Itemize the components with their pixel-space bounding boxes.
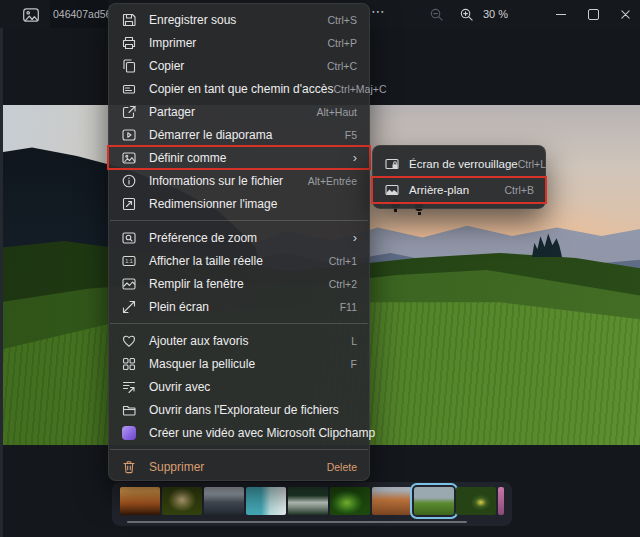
zoom-out-icon[interactable] [429, 7, 444, 22]
menu-item-copy-as-path[interactable]: Copier en tant que chemin d'accès Ctrl+M… [109, 77, 369, 100]
menu-item-label: Supprimer [149, 460, 327, 474]
menu-item-shortcut: L [351, 335, 357, 347]
filename-tab[interactable]: 046407ad56ebe [50, 0, 108, 28]
menu-item-zoom-preference[interactable]: Préférence de zoom › [109, 226, 369, 249]
window-edge [0, 0, 3, 537]
submenu-item-shortcut: Ctrl+L [518, 158, 546, 170]
menu-item-save-as[interactable]: Enregistrer sous Ctrl+S [109, 8, 369, 31]
menu-item-copy[interactable]: Copier Ctrl+C [109, 54, 369, 77]
heart-icon [121, 333, 137, 349]
menu-item-shortcut: Ctrl+Maj+C [333, 83, 386, 95]
menu-item-set-as[interactable]: Définir comme › [109, 146, 369, 169]
menu-item-fit-window[interactable]: Remplir la fenêtre Ctrl+2 [109, 272, 369, 295]
clipchamp-icon [121, 425, 137, 441]
menu-item-label: Ajouter aux favoris [149, 334, 351, 348]
copy-icon [121, 58, 137, 74]
menu-item-shortcut: F11 [340, 301, 357, 313]
zoom-in-icon[interactable] [459, 7, 474, 22]
menu-item-label: Partager [149, 105, 316, 119]
menu-item-file-info[interactable]: Informations sur le fichier Alt+Entrée [109, 169, 369, 192]
menu-item-label: Remplir la fenêtre [149, 277, 329, 291]
close-icon [620, 9, 631, 20]
printer-icon [121, 35, 137, 51]
menu-item-shortcut: Ctrl+C [327, 60, 357, 72]
close-button[interactable] [610, 0, 640, 28]
menu-item-print[interactable]: Imprimer Ctrl+P [109, 31, 369, 54]
svg-text:1:1: 1:1 [125, 258, 133, 264]
menu-item-shortcut: Ctrl+2 [329, 278, 357, 290]
menu-item-label: Démarrer le diaporama [149, 128, 345, 142]
trash-icon [121, 459, 137, 475]
submenu-item-label: Arrière-plan [409, 184, 505, 196]
menu-item-label: Informations sur le fichier [149, 174, 308, 188]
sunset-thumbnail[interactable] [120, 487, 160, 515]
fullscreen-icon [121, 299, 137, 315]
menu-item-label: Plein écran [149, 300, 340, 314]
zoom-level[interactable]: 30 % [483, 8, 508, 20]
menu-item-label: Définir comme [149, 151, 353, 165]
open-with-icon [121, 379, 137, 395]
menu-item-label: Créer une vidéo avec Microsoft Clipchamp [149, 426, 375, 440]
menu-item-start-slideshow[interactable]: Démarrer le diaporama F5 [109, 123, 369, 146]
maximize-button[interactable] [578, 0, 608, 28]
slideshow-icon [121, 127, 137, 143]
sloth-thumbnail[interactable] [162, 487, 202, 515]
lock-screen-icon [384, 156, 400, 172]
grid-icon [121, 356, 137, 372]
menu-item-shortcut: Delete [327, 461, 357, 473]
menu-item-shortcut: Ctrl+P [328, 37, 357, 49]
menu-item-shortcut: Alt+Haut [316, 106, 357, 118]
submenu-chevron-icon: › [353, 231, 357, 244]
canyon-thumbnail[interactable] [372, 487, 412, 515]
save-icon [121, 12, 137, 28]
minimize-icon [556, 14, 566, 15]
menu-item-delete[interactable]: Supprimer Delete [109, 455, 369, 478]
submenu-item-background[interactable]: Arrière-plan Ctrl+B [373, 177, 545, 203]
menu-separator [109, 444, 369, 455]
minimize-button[interactable] [546, 0, 576, 28]
folder-icon [121, 402, 137, 418]
menu-item-shortcut: Alt+Entrée [308, 175, 357, 187]
submenu-item-label: Écran de verrouillage [409, 158, 518, 170]
info-icon [121, 173, 137, 189]
submenu-item-lock-screen[interactable]: Écran de verrouillage Ctrl+L [373, 151, 545, 177]
menu-item-label: Copier en tant que chemin d'accès [149, 82, 333, 96]
more-options-button[interactable]: ⋯ [371, 3, 386, 19]
valley-bird-thumbnail-selected[interactable] [414, 487, 454, 515]
menu-item-actual-size[interactable]: 1:1 Afficher la taille réelle Ctrl+1 [109, 249, 369, 272]
filmstrip-scrollbar[interactable] [127, 521, 467, 523]
pink-partial-thumbnail[interactable] [498, 487, 504, 515]
toucan-thumbnail[interactable] [456, 487, 496, 515]
waterfall-thumbnail[interactable] [288, 487, 328, 515]
background-icon [384, 182, 400, 198]
menu-item-open-in-explorer[interactable]: Ouvrir dans l'Explorateur de fichiers [109, 398, 369, 421]
menu-item-label: Enregistrer sous [149, 13, 328, 27]
context-menu: Enregistrer sous Ctrl+S Imprimer Ctrl+P … [108, 3, 370, 481]
mountains-thumbnail[interactable] [204, 487, 244, 515]
filmstrip-thumbnails [120, 487, 504, 515]
menu-item-shortcut: Ctrl+S [328, 14, 357, 26]
menu-item-label: Afficher la taille réelle [149, 254, 329, 268]
menu-item-add-favorites[interactable]: Ajouter aux favoris L [109, 329, 369, 352]
set-as-icon [121, 150, 137, 166]
maximize-icon [588, 9, 599, 20]
menu-item-hide-filmstrip[interactable]: Masquer la pellicule F [109, 352, 369, 375]
zoom-preference-icon [121, 230, 137, 246]
menu-item-shortcut: F [351, 358, 357, 370]
menu-separator [109, 318, 369, 329]
menu-separator [109, 215, 369, 226]
glacier-thumbnail[interactable] [246, 487, 286, 515]
menu-item-open-with[interactable]: Ouvrir avec [109, 375, 369, 398]
menu-item-resize-image[interactable]: Redimensionner l'image [109, 192, 369, 215]
menu-item-label: Imprimer [149, 36, 328, 50]
parrot-thumbnail[interactable] [330, 487, 370, 515]
fit-window-icon [121, 276, 137, 292]
menu-item-share[interactable]: Partager Alt+Haut [109, 100, 369, 123]
copy-path-icon [121, 81, 137, 97]
menu-item-label: Ouvrir avec [149, 380, 357, 394]
photos-app-window: 046407ad56ebe ⋯ 30 % [0, 0, 640, 537]
actual-size-icon: 1:1 [121, 253, 137, 269]
menu-item-fullscreen[interactable]: Plein écran F11 [109, 295, 369, 318]
menu-item-shortcut: F5 [345, 129, 357, 141]
menu-item-clipchamp[interactable]: Créer une vidéo avec Microsoft Clipchamp [109, 421, 369, 444]
